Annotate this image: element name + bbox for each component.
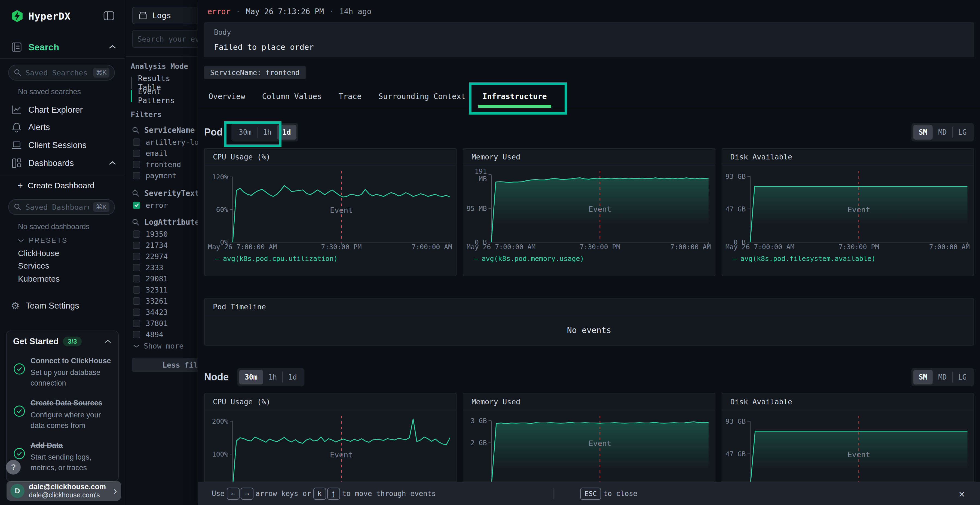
close-icon[interactable]: ✕: [959, 488, 965, 499]
filter-option-label: frontend: [146, 160, 181, 169]
pod-size-sm[interactable]: SM: [913, 125, 932, 140]
svg-text:Event: Event: [589, 440, 611, 448]
sidebar-item-team-settings[interactable]: ⚙ Team Settings: [11, 299, 116, 312]
sidebar-item-chart-explorer[interactable]: Chart Explorer: [11, 103, 116, 116]
divider: [0, 175, 125, 175]
presets-toggle[interactable]: PRESETS: [18, 236, 67, 245]
tab-trace[interactable]: Trace: [334, 86, 366, 106]
pod-range-1h[interactable]: 1h: [258, 125, 277, 140]
get-started-item[interactable]: Add Data Start sending logs, metrics, or…: [13, 440, 111, 473]
filter-option[interactable]: 32311: [133, 284, 197, 295]
filter-option[interactable]: 37801: [133, 318, 197, 329]
filter-option-label: 22974: [146, 252, 168, 260]
filter-option[interactable]: 19350: [133, 229, 197, 240]
filter-option[interactable]: 21734: [133, 240, 197, 251]
filter-option[interactable]: 2333: [133, 262, 197, 273]
node-size-sm[interactable]: SM: [913, 370, 932, 384]
show-more-label: Show more: [144, 342, 183, 350]
filter-option[interactable]: email: [133, 148, 197, 159]
tab-overview[interactable]: Overview: [204, 86, 250, 106]
help-button[interactable]: ?: [6, 460, 21, 475]
node-range-1d[interactable]: 1d: [283, 370, 302, 384]
filter-option[interactable]: payment: [133, 170, 197, 181]
logs-source-icon: [138, 11, 148, 21]
svg-text:120%: 120%: [212, 173, 228, 181]
chart-svg: 93 GB47 GBEvent: [724, 412, 971, 481]
create-dashboard-button[interactable]: + Create Dashboard: [18, 180, 94, 191]
checkbox[interactable]: [133, 172, 140, 179]
event-search-input[interactable]: Search your events...: [132, 30, 197, 48]
sidebar-item-alerts[interactable]: Alerts: [11, 121, 116, 134]
preset-services[interactable]: Services: [18, 261, 49, 270]
node-size-md[interactable]: MD: [932, 370, 952, 384]
preset-kubernetes[interactable]: Kubernetes: [18, 274, 60, 284]
filter-option[interactable]: artillery-loa: [133, 137, 197, 148]
collapse-sidebar-icon[interactable]: [103, 10, 115, 22]
chevron-up-icon[interactable]: [104, 339, 111, 344]
saved-searches-input[interactable]: Saved Searches ⌘K: [8, 65, 115, 81]
filter-group-logattributes[interactable]: LogAttributes: [132, 218, 197, 227]
node-disk-chart-card: Disk Available 93 GB47 GBEvent: [722, 393, 974, 481]
node-range-30m[interactable]: 30m: [239, 370, 263, 384]
mode-event-patterns[interactable]: Event Patterns: [130, 90, 197, 102]
checkbox[interactable]: [133, 308, 140, 316]
mode-label: Event Patterns: [138, 87, 197, 105]
checkbox[interactable]: [133, 138, 140, 146]
sidebar-item-dashboards[interactable]: Dashboards: [11, 157, 116, 170]
pod-range-1d[interactable]: 1d: [277, 125, 296, 140]
tab-column-values[interactable]: Column Values: [258, 86, 326, 106]
k-key: k: [313, 488, 326, 500]
filter-group-servicename[interactable]: ServiceName: [132, 126, 195, 135]
node-range-1h[interactable]: 1h: [263, 370, 282, 384]
filter-group-severitytext[interactable]: SeverityText: [132, 189, 197, 198]
checkbox[interactable]: [133, 161, 140, 168]
get-started-item-desc: Start sending logs, metrics, or traces: [30, 452, 111, 473]
chart-canvas: 3 GB2 GBEvent: [463, 410, 714, 481]
checkbox[interactable]: [133, 331, 140, 338]
checkbox[interactable]: [133, 230, 140, 238]
tab-surrounding-context[interactable]: Surrounding Context: [374, 86, 470, 106]
pod-size-md[interactable]: MD: [932, 125, 952, 140]
saved-dashboards-input[interactable]: Saved Dashboards ⌘K: [8, 199, 115, 215]
filter-option[interactable]: 22974: [133, 251, 197, 262]
service-name-chip[interactable]: ServiceName: frontend: [204, 66, 306, 79]
filter-option-label: 19350: [146, 230, 168, 238]
get-started-item[interactable]: Create Data Sources Configure where your…: [13, 398, 111, 431]
filter-option[interactable]: 4894: [133, 329, 197, 340]
separator: ·: [236, 7, 240, 16]
svg-text:Event: Event: [848, 205, 870, 214]
get-started-item[interactable]: Connect to ClickHouse Set up your databa…: [13, 356, 111, 389]
node-size-lg[interactable]: LG: [953, 370, 972, 384]
filter-option[interactable]: frontend: [133, 159, 197, 170]
brand[interactable]: HyperDX: [11, 10, 70, 22]
checkbox[interactable]: [133, 286, 140, 294]
preset-clickhouse[interactable]: ClickHouse: [18, 249, 59, 258]
filter-option[interactable]: 33261: [133, 295, 197, 306]
less-filters-button[interactable]: Less filters: [132, 358, 197, 372]
pod-memory-chart-card: Memory Used 191MB95 MB0 BEventMay 26 7:0…: [463, 148, 715, 276]
svg-text:200%: 200%: [212, 418, 228, 425]
user-menu[interactable]: D dale@clickhouse.com dale@clickhouse.co…: [6, 481, 121, 501]
pod-range-30m[interactable]: 30m: [233, 125, 257, 140]
checkbox[interactable]: [133, 275, 140, 283]
checkbox-checked[interactable]: [133, 202, 140, 209]
get-started-title: Get Started: [13, 337, 59, 346]
checkbox[interactable]: [133, 150, 140, 157]
sidebar-item-search[interactable]: Search: [11, 41, 116, 53]
checkbox[interactable]: [133, 253, 140, 260]
sidebar-item-client-sessions[interactable]: Client Sessions: [11, 139, 116, 152]
filter-option[interactable]: 34423: [133, 306, 197, 318]
tab-infrastructure[interactable]: Infrastructure: [478, 86, 551, 106]
checkbox[interactable]: [133, 264, 140, 271]
chart-title: CPU Usage (%): [205, 394, 456, 410]
checkbox[interactable]: [133, 241, 140, 249]
hint-text: arrow keys or: [256, 489, 311, 498]
show-more-button[interactable]: Show more: [133, 342, 183, 350]
filter-option[interactable]: 29081: [133, 273, 197, 284]
pod-size-lg[interactable]: LG: [953, 125, 972, 140]
filter-option-error[interactable]: error: [133, 200, 197, 211]
checkbox[interactable]: [133, 297, 140, 305]
arrow-left-key: ←: [227, 488, 240, 500]
source-select[interactable]: Logs: [132, 7, 197, 24]
checkbox[interactable]: [133, 320, 140, 327]
